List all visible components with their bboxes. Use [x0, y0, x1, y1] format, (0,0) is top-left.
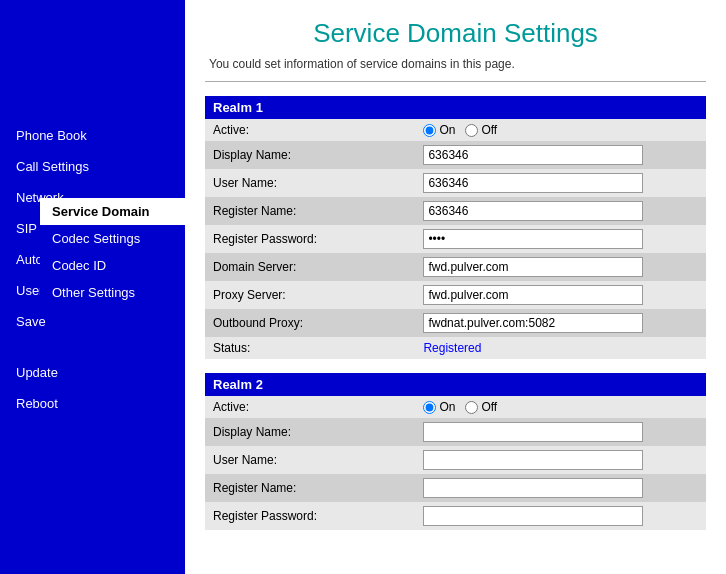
- domain-server-label: Domain Server:: [205, 253, 415, 281]
- table-row: User Name:: [205, 446, 706, 474]
- realm1-header: Realm 1: [205, 96, 706, 119]
- page-title: Service Domain Settings: [205, 0, 706, 57]
- realm2-radio-off-input[interactable]: [465, 401, 478, 414]
- radio-off-text: Off: [481, 123, 497, 137]
- realm2-radio-off-text: Off: [481, 400, 497, 414]
- dropdown-item-other-settings[interactable]: Other Settings: [40, 279, 185, 306]
- radio-on-text: On: [439, 123, 455, 137]
- table-row: Display Name:: [205, 141, 706, 169]
- display-name-input[interactable]: [423, 145, 643, 165]
- realm2-register-name-input[interactable]: [423, 478, 643, 498]
- realm2-radio-off-label[interactable]: Off: [465, 400, 497, 414]
- radio-on-label[interactable]: On: [423, 123, 455, 137]
- table-row: User Name:: [205, 169, 706, 197]
- dropdown-item-codec-settings[interactable]: Codec Settings: [40, 225, 185, 252]
- register-name-input[interactable]: [423, 201, 643, 221]
- sidebar-item-call-settings[interactable]: Call Settings: [0, 151, 185, 182]
- status-value: Registered: [423, 341, 481, 355]
- register-name-label: Register Name:: [205, 197, 415, 225]
- radio-on-input[interactable]: [423, 124, 436, 137]
- active-radio-group: On Off: [423, 123, 698, 137]
- sidebar: Phone Book Call Settings Network SIP S A…: [0, 0, 185, 574]
- outbound-proxy-input[interactable]: [423, 313, 643, 333]
- proxy-server-label: Proxy Server:: [205, 281, 415, 309]
- display-name-label: Display Name:: [205, 141, 415, 169]
- table-row: Outbound Proxy:: [205, 309, 706, 337]
- realm2-radio-on-label[interactable]: On: [423, 400, 455, 414]
- table-row: Proxy Server:: [205, 281, 706, 309]
- sidebar-item-update[interactable]: Update: [0, 357, 185, 388]
- realm2-radio-on-text: On: [439, 400, 455, 414]
- table-row: Register Name:: [205, 197, 706, 225]
- dropdown-item-codec-id[interactable]: Codec ID: [40, 252, 185, 279]
- realm2-table: Active: On Off Display Name: User N: [205, 396, 706, 530]
- user-name-label: User Name:: [205, 169, 415, 197]
- table-row: Register Password:: [205, 225, 706, 253]
- table-row: Domain Server:: [205, 253, 706, 281]
- realm2-user-name-input[interactable]: [423, 450, 643, 470]
- sidebar-item-reboot[interactable]: Reboot: [0, 388, 185, 419]
- main-content: Service Domain Settings You could set in…: [185, 0, 726, 574]
- realm1-table: Active: On Off Display Name: User N: [205, 119, 706, 359]
- realm2-header: Realm 2: [205, 373, 706, 396]
- user-name-label: User Name:: [205, 446, 415, 474]
- realm2-active-radio-group: On Off: [423, 400, 698, 414]
- status-label: Status:: [205, 337, 415, 359]
- sidebar-item-phone-book[interactable]: Phone Book: [0, 120, 185, 151]
- table-row: Active: On Off: [205, 119, 706, 141]
- realm2-radio-on-input[interactable]: [423, 401, 436, 414]
- active-label: Active:: [205, 119, 415, 141]
- register-password-input[interactable]: [423, 229, 643, 249]
- register-name-label: Register Name:: [205, 474, 415, 502]
- dropdown-item-service-domain[interactable]: Service Domain: [40, 198, 185, 225]
- divider: [205, 81, 706, 82]
- sidebar-item-save[interactable]: Save: [0, 306, 185, 337]
- register-password-label: Register Password:: [205, 502, 415, 530]
- proxy-server-input[interactable]: [423, 285, 643, 305]
- user-name-input[interactable]: [423, 173, 643, 193]
- outbound-proxy-label: Outbound Proxy:: [205, 309, 415, 337]
- radio-off-label[interactable]: Off: [465, 123, 497, 137]
- dropdown-menu: Service Domain Codec Settings Codec ID O…: [40, 198, 185, 306]
- display-name-label: Display Name:: [205, 418, 415, 446]
- table-row: Register Password:: [205, 502, 706, 530]
- table-row: Status: Registered: [205, 337, 706, 359]
- table-row: Active: On Off: [205, 396, 706, 418]
- realm2-display-name-input[interactable]: [423, 422, 643, 442]
- page-subtitle: You could set information of service dom…: [205, 57, 706, 71]
- table-row: Display Name:: [205, 418, 706, 446]
- radio-off-input[interactable]: [465, 124, 478, 137]
- register-password-label: Register Password:: [205, 225, 415, 253]
- active-label: Active:: [205, 396, 415, 418]
- table-row: Register Name:: [205, 474, 706, 502]
- realm2-register-password-input[interactable]: [423, 506, 643, 526]
- domain-server-input[interactable]: [423, 257, 643, 277]
